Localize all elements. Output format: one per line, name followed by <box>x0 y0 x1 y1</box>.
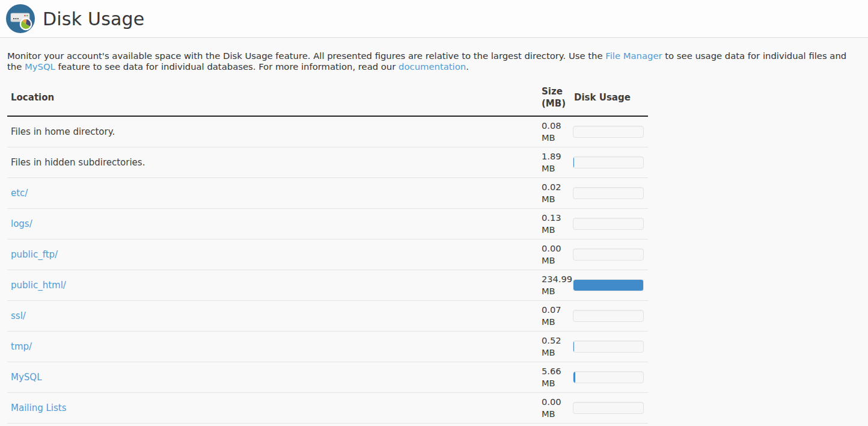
size-value: 0.02 MB <box>542 177 573 208</box>
disk-usage-bar <box>573 218 644 230</box>
description-text: Monitor your account's available space w… <box>7 51 605 61</box>
table-row: MySQL 5.66 MB <box>7 362 648 392</box>
location-link[interactable]: etc/ <box>11 188 28 199</box>
location-text: Files in home directory. <box>11 126 115 137</box>
table-row: ssl/ 0.07 MB <box>7 300 648 331</box>
column-header-location: Location <box>7 81 542 116</box>
mysql-link[interactable]: MySQL <box>25 61 55 72</box>
page-title: Disk Usage <box>43 8 144 29</box>
location-link[interactable]: ssl/ <box>11 310 26 321</box>
size-value: 0.08 MB <box>542 116 573 147</box>
description-text: . <box>466 61 469 72</box>
location-link[interactable]: public_html/ <box>11 280 66 291</box>
size-value: 1.89 MB <box>542 147 573 177</box>
size-value: 5.66 MB <box>542 362 573 392</box>
disk-usage-bar <box>573 341 644 353</box>
disk-usage-bar <box>573 248 644 261</box>
table-row: Mailing Lists 0.00 MB <box>7 392 648 423</box>
table-header-row: Location Size (MB) Disk Usage <box>7 81 648 116</box>
size-value: 0.13 MB <box>542 208 573 239</box>
table-row: public_ftp/ 0.00 MB <box>7 239 648 270</box>
disk-usage-bar-fill <box>573 372 575 383</box>
documentation-link[interactable]: documentation <box>399 61 466 72</box>
table-row: tmp/ 0.52 MB <box>7 331 648 362</box>
file-manager-link[interactable]: File Manager <box>605 51 662 61</box>
size-value: 234.99 MB <box>542 270 573 300</box>
description: Monitor your account's available space w… <box>7 51 860 73</box>
disk-usage-bar <box>573 156 644 168</box>
page-header: Disk Usage <box>0 0 868 38</box>
location-link[interactable]: logs/ <box>11 218 32 229</box>
table-row: logs/ 0.13 MB <box>7 208 648 239</box>
table-row: Files in home directory. 0.08 MB <box>7 116 648 147</box>
location-link[interactable]: MySQL <box>11 372 42 383</box>
size-value: 0.07 MB <box>542 300 573 331</box>
size-value <box>542 423 573 426</box>
size-value: 0.52 MB <box>542 331 573 362</box>
column-header-size: Size (MB) <box>542 81 573 116</box>
disk-usage-bar <box>573 310 644 322</box>
size-value: 0.00 MB <box>542 239 573 270</box>
column-header-usage: Disk Usage <box>573 81 648 116</box>
location-link[interactable]: tmp/ <box>11 341 32 352</box>
table-row <box>7 423 648 426</box>
table-row: public_html/ 234.99 MB <box>7 270 648 300</box>
location-link[interactable]: public_ftp/ <box>11 249 58 260</box>
disk-usage-bar <box>573 279 644 291</box>
table-row: etc/ 0.02 MB <box>7 177 648 208</box>
disk-usage-bar <box>573 126 644 138</box>
description-text: feature to see data for individual datab… <box>55 61 399 72</box>
disk-usage-bar-fill <box>573 280 643 291</box>
disk-usage-bar <box>573 187 644 199</box>
disk-usage-bar <box>573 371 644 383</box>
disk-usage-bar-fill <box>573 157 574 168</box>
disk-usage-icon <box>6 4 35 33</box>
table-row: Files in hidden subdirectories. 1.89 MB <box>7 147 648 177</box>
location-text: Files in hidden subdirectories. <box>11 157 145 168</box>
disk-usage-bar <box>573 402 644 414</box>
size-value: 0.00 MB <box>542 392 573 423</box>
location-link[interactable]: Mailing Lists <box>11 403 66 413</box>
disk-usage-table: Location Size (MB) Disk Usage Files in h… <box>7 81 648 426</box>
disk-usage-page: { "header": { "title": "Disk Usage", "ic… <box>0 0 868 426</box>
